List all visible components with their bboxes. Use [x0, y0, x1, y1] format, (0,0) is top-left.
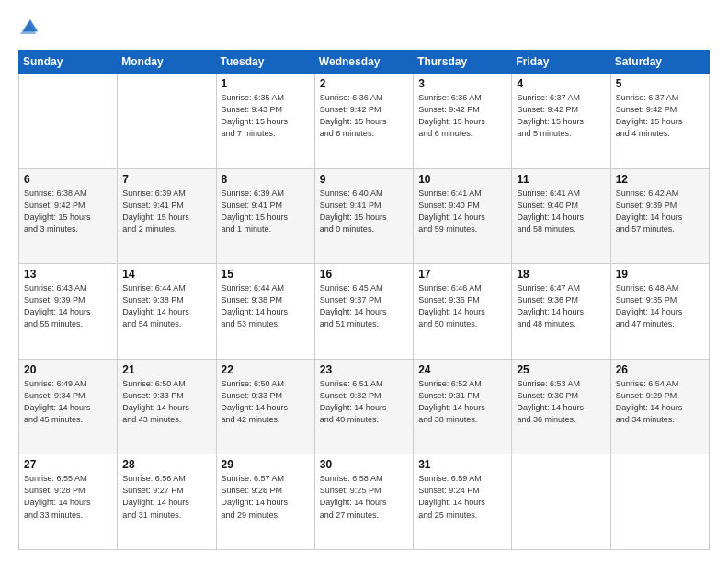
calendar-cell: 10Sunrise: 6:41 AM Sunset: 9:40 PM Dayli… [414, 168, 512, 264]
day-info: Sunrise: 6:36 AM Sunset: 9:42 PM Dayligh… [418, 92, 506, 140]
calendar-cell: 12Sunrise: 6:42 AM Sunset: 9:39 PM Dayli… [610, 168, 709, 264]
day-number: 19 [616, 268, 704, 281]
calendar-cell: 13Sunrise: 6:43 AM Sunset: 9:39 PM Dayli… [19, 264, 118, 360]
calendar-cell: 21Sunrise: 6:50 AM Sunset: 9:33 PM Dayli… [118, 359, 216, 454]
day-info: Sunrise: 6:48 AM Sunset: 9:35 PM Dayligh… [616, 282, 704, 330]
calendar-cell: 28Sunrise: 6:56 AM Sunset: 9:27 PM Dayli… [118, 454, 216, 550]
day-info: Sunrise: 6:39 AM Sunset: 9:41 PM Dayligh… [122, 188, 210, 236]
weekday-header-tuesday: Tuesday [216, 51, 314, 74]
calendar-cell: 15Sunrise: 6:44 AM Sunset: 9:38 PM Dayli… [216, 264, 314, 360]
day-info: Sunrise: 6:37 AM Sunset: 9:42 PM Dayligh… [517, 92, 605, 140]
day-info: Sunrise: 6:41 AM Sunset: 9:40 PM Dayligh… [517, 188, 605, 236]
calendar-cell: 19Sunrise: 6:48 AM Sunset: 9:35 PM Dayli… [610, 264, 709, 360]
day-info: Sunrise: 6:50 AM Sunset: 9:33 PM Dayligh… [122, 378, 210, 426]
weekday-header-sunday: Sunday [19, 51, 118, 74]
weekday-header-thursday: Thursday [414, 51, 512, 74]
calendar-header: SundayMondayTuesdayWednesdayThursdayFrid… [19, 51, 710, 74]
day-number: 4 [517, 77, 605, 90]
day-info: Sunrise: 6:45 AM Sunset: 9:37 PM Dayligh… [320, 282, 408, 330]
day-number: 21 [122, 363, 210, 376]
day-number: 11 [517, 173, 605, 186]
weekday-header-saturday: Saturday [610, 51, 709, 74]
day-number: 9 [320, 173, 408, 186]
day-number: 7 [122, 173, 210, 186]
day-number: 12 [616, 173, 704, 186]
day-number: 27 [24, 458, 112, 471]
calendar-cell: 4Sunrise: 6:37 AM Sunset: 9:42 PM Daylig… [512, 74, 610, 169]
day-number: 24 [418, 363, 506, 376]
week-row-2: 6Sunrise: 6:38 AM Sunset: 9:42 PM Daylig… [19, 168, 710, 264]
logo-icon [20, 17, 40, 37]
day-info: Sunrise: 6:51 AM Sunset: 9:32 PM Dayligh… [320, 378, 408, 426]
calendar-cell: 25Sunrise: 6:53 AM Sunset: 9:30 PM Dayli… [512, 359, 610, 454]
calendar-table: SundayMondayTuesdayWednesdayThursdayFrid… [18, 50, 710, 550]
calendar-cell: 18Sunrise: 6:47 AM Sunset: 9:36 PM Dayli… [512, 264, 610, 360]
calendar-cell: 11Sunrise: 6:41 AM Sunset: 9:40 PM Dayli… [512, 168, 610, 264]
day-number: 6 [24, 173, 112, 186]
page: SundayMondayTuesdayWednesdayThursdayFrid… [0, 0, 728, 563]
calendar-cell: 2Sunrise: 6:36 AM Sunset: 9:42 PM Daylig… [314, 74, 413, 169]
day-number: 30 [320, 458, 408, 471]
day-number: 16 [320, 268, 408, 281]
day-number: 18 [517, 268, 605, 281]
day-info: Sunrise: 6:57 AM Sunset: 9:26 PM Dayligh… [222, 473, 310, 521]
day-number: 26 [616, 363, 704, 376]
day-info: Sunrise: 6:52 AM Sunset: 9:31 PM Dayligh… [418, 378, 506, 426]
day-number: 5 [616, 77, 704, 90]
weekday-header-friday: Friday [512, 51, 610, 74]
day-info: Sunrise: 6:50 AM Sunset: 9:33 PM Dayligh… [222, 378, 310, 426]
day-info: Sunrise: 6:56 AM Sunset: 9:27 PM Dayligh… [122, 473, 210, 521]
day-info: Sunrise: 6:49 AM Sunset: 9:34 PM Dayligh… [24, 378, 112, 426]
day-info: Sunrise: 6:55 AM Sunset: 9:28 PM Dayligh… [24, 473, 112, 521]
day-number: 2 [320, 77, 408, 90]
calendar-cell [118, 74, 216, 169]
day-number: 31 [418, 458, 506, 471]
calendar-cell [512, 454, 610, 550]
calendar-cell: 9Sunrise: 6:40 AM Sunset: 9:41 PM Daylig… [314, 168, 413, 264]
day-info: Sunrise: 6:42 AM Sunset: 9:39 PM Dayligh… [616, 188, 704, 236]
calendar-cell: 30Sunrise: 6:58 AM Sunset: 9:25 PM Dayli… [314, 454, 413, 550]
day-info: Sunrise: 6:40 AM Sunset: 9:41 PM Dayligh… [320, 188, 408, 236]
day-number: 10 [418, 173, 506, 186]
calendar-cell: 8Sunrise: 6:39 AM Sunset: 9:41 PM Daylig… [216, 168, 314, 264]
calendar-cell: 5Sunrise: 6:37 AM Sunset: 9:42 PM Daylig… [610, 74, 709, 169]
day-number: 13 [24, 268, 112, 281]
weekday-row: SundayMondayTuesdayWednesdayThursdayFrid… [19, 51, 710, 74]
calendar-cell: 24Sunrise: 6:52 AM Sunset: 9:31 PM Dayli… [414, 359, 512, 454]
calendar-cell: 7Sunrise: 6:39 AM Sunset: 9:41 PM Daylig… [118, 168, 216, 264]
day-number: 20 [24, 363, 112, 376]
calendar-cell: 1Sunrise: 6:35 AM Sunset: 9:43 PM Daylig… [216, 74, 314, 169]
day-number: 14 [122, 268, 210, 281]
calendar-cell: 14Sunrise: 6:44 AM Sunset: 9:38 PM Dayli… [118, 264, 216, 360]
day-info: Sunrise: 6:54 AM Sunset: 9:29 PM Dayligh… [616, 378, 704, 426]
day-number: 28 [122, 458, 210, 471]
week-row-3: 13Sunrise: 6:43 AM Sunset: 9:39 PM Dayli… [19, 264, 710, 360]
logo [18, 17, 42, 40]
week-row-4: 20Sunrise: 6:49 AM Sunset: 9:34 PM Dayli… [19, 359, 710, 454]
calendar-cell: 31Sunrise: 6:59 AM Sunset: 9:24 PM Dayli… [414, 454, 512, 550]
day-info: Sunrise: 6:59 AM Sunset: 9:24 PM Dayligh… [418, 473, 506, 521]
week-row-1: 1Sunrise: 6:35 AM Sunset: 9:43 PM Daylig… [19, 74, 710, 169]
day-info: Sunrise: 6:47 AM Sunset: 9:36 PM Dayligh… [517, 282, 605, 330]
day-number: 3 [418, 77, 506, 90]
day-info: Sunrise: 6:58 AM Sunset: 9:25 PM Dayligh… [320, 473, 408, 521]
day-number: 1 [222, 77, 310, 90]
calendar-cell: 16Sunrise: 6:45 AM Sunset: 9:37 PM Dayli… [314, 264, 413, 360]
day-number: 23 [320, 363, 408, 376]
day-number: 15 [222, 268, 310, 281]
day-info: Sunrise: 6:43 AM Sunset: 9:39 PM Dayligh… [24, 282, 112, 330]
calendar-cell: 27Sunrise: 6:55 AM Sunset: 9:28 PM Dayli… [19, 454, 118, 550]
calendar-cell [19, 74, 118, 169]
day-info: Sunrise: 6:37 AM Sunset: 9:42 PM Dayligh… [616, 92, 704, 140]
day-info: Sunrise: 6:44 AM Sunset: 9:38 PM Dayligh… [122, 282, 210, 330]
calendar-cell: 17Sunrise: 6:46 AM Sunset: 9:36 PM Dayli… [414, 264, 512, 360]
weekday-header-monday: Monday [118, 51, 216, 74]
day-number: 25 [517, 363, 605, 376]
day-number: 17 [418, 268, 506, 281]
weekday-header-wednesday: Wednesday [314, 51, 413, 74]
calendar-cell: 20Sunrise: 6:49 AM Sunset: 9:34 PM Dayli… [19, 359, 118, 454]
day-number: 22 [222, 363, 310, 376]
calendar-cell: 3Sunrise: 6:36 AM Sunset: 9:42 PM Daylig… [414, 74, 512, 169]
calendar-cell: 6Sunrise: 6:38 AM Sunset: 9:42 PM Daylig… [19, 168, 118, 264]
day-info: Sunrise: 6:35 AM Sunset: 9:43 PM Dayligh… [222, 92, 310, 140]
